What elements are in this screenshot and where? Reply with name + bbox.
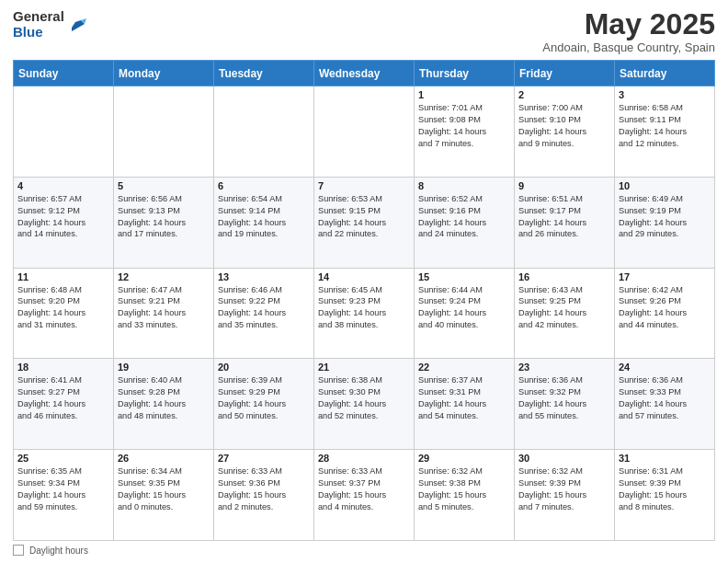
day-info: Sunrise: 6:40 AM Sunset: 9:28 PM Dayligh… <box>118 374 210 422</box>
day-number: 7 <box>318 180 410 191</box>
day-info: Sunrise: 7:00 AM Sunset: 9:10 PM Dayligh… <box>518 102 610 150</box>
day-number: 1 <box>418 89 510 100</box>
day-info: Sunrise: 6:41 AM Sunset: 9:27 PM Dayligh… <box>17 374 109 422</box>
day-number: 18 <box>17 362 109 373</box>
title-block: May 2025 Andoain, Basque Country, Spain <box>542 9 715 54</box>
weekday-header-monday: Monday <box>114 61 214 86</box>
day-info: Sunrise: 6:47 AM Sunset: 9:21 PM Dayligh… <box>118 284 210 332</box>
day-info: Sunrise: 6:57 AM Sunset: 9:12 PM Dayligh… <box>17 193 109 241</box>
day-number: 6 <box>218 180 310 191</box>
day-info: Sunrise: 7:01 AM Sunset: 9:08 PM Dayligh… <box>418 102 510 150</box>
day-info: Sunrise: 6:31 AM Sunset: 9:39 PM Dayligh… <box>619 465 711 513</box>
day-info: Sunrise: 6:36 AM Sunset: 9:33 PM Dayligh… <box>619 374 711 422</box>
logo-icon <box>68 15 88 35</box>
calendar-week-2: 4Sunrise: 6:57 AM Sunset: 9:12 PM Daylig… <box>14 177 715 268</box>
day-number: 4 <box>17 180 109 191</box>
calendar-cell: 21Sunrise: 6:38 AM Sunset: 9:30 PM Dayli… <box>314 359 415 450</box>
calendar-cell <box>114 86 214 178</box>
logo: General Blue <box>13 9 88 40</box>
calendar-cell: 14Sunrise: 6:45 AM Sunset: 9:23 PM Dayli… <box>314 268 415 359</box>
day-number: 24 <box>619 362 711 373</box>
daylight-label: Daylight hours <box>29 546 88 556</box>
calendar-cell: 10Sunrise: 6:49 AM Sunset: 9:19 PM Dayli… <box>615 177 715 268</box>
page: General Blue May 2025 Andoain, Basque Co… <box>0 0 728 563</box>
day-number: 2 <box>518 89 610 100</box>
day-number: 30 <box>518 453 610 464</box>
day-info: Sunrise: 6:54 AM Sunset: 9:14 PM Dayligh… <box>218 193 310 241</box>
calendar-cell: 25Sunrise: 6:35 AM Sunset: 9:34 PM Dayli… <box>14 450 114 541</box>
calendar-cell: 22Sunrise: 6:37 AM Sunset: 9:31 PM Dayli… <box>415 359 515 450</box>
day-number: 15 <box>418 271 510 282</box>
day-number: 13 <box>218 271 310 282</box>
calendar-cell <box>14 86 114 178</box>
day-info: Sunrise: 6:44 AM Sunset: 9:24 PM Dayligh… <box>418 284 510 332</box>
calendar-cell: 19Sunrise: 6:40 AM Sunset: 9:28 PM Dayli… <box>114 359 214 450</box>
day-number: 20 <box>218 362 310 373</box>
daylight-box <box>13 545 24 556</box>
day-number: 8 <box>418 180 510 191</box>
day-number: 19 <box>118 362 210 373</box>
day-info: Sunrise: 6:33 AM Sunset: 9:36 PM Dayligh… <box>218 465 310 513</box>
calendar-table: SundayMondayTuesdayWednesdayThursdayFrid… <box>13 60 715 541</box>
header: General Blue May 2025 Andoain, Basque Co… <box>13 9 715 54</box>
day-info: Sunrise: 6:56 AM Sunset: 9:13 PM Dayligh… <box>118 193 210 241</box>
calendar-cell <box>214 86 314 178</box>
day-info: Sunrise: 6:37 AM Sunset: 9:31 PM Dayligh… <box>418 374 510 422</box>
logo-general-text: General <box>13 9 64 25</box>
calendar-cell: 23Sunrise: 6:36 AM Sunset: 9:32 PM Dayli… <box>515 359 615 450</box>
day-info: Sunrise: 6:39 AM Sunset: 9:29 PM Dayligh… <box>218 374 310 422</box>
day-number: 21 <box>318 362 410 373</box>
weekday-header-wednesday: Wednesday <box>314 61 415 86</box>
day-info: Sunrise: 6:51 AM Sunset: 9:17 PM Dayligh… <box>518 193 610 241</box>
calendar-cell: 30Sunrise: 6:32 AM Sunset: 9:39 PM Dayli… <box>515 450 615 541</box>
day-number: 9 <box>518 180 610 191</box>
day-info: Sunrise: 6:52 AM Sunset: 9:16 PM Dayligh… <box>418 193 510 241</box>
day-info: Sunrise: 6:32 AM Sunset: 9:39 PM Dayligh… <box>518 465 610 513</box>
calendar-cell: 6Sunrise: 6:54 AM Sunset: 9:14 PM Daylig… <box>214 177 314 268</box>
calendar-cell: 11Sunrise: 6:48 AM Sunset: 9:20 PM Dayli… <box>14 268 114 359</box>
day-info: Sunrise: 6:45 AM Sunset: 9:23 PM Dayligh… <box>318 284 410 332</box>
day-number: 25 <box>17 453 109 464</box>
day-info: Sunrise: 6:42 AM Sunset: 9:26 PM Dayligh… <box>619 284 711 332</box>
weekday-header-sunday: Sunday <box>14 61 114 86</box>
day-info: Sunrise: 6:36 AM Sunset: 9:32 PM Dayligh… <box>518 374 610 422</box>
day-number: 26 <box>118 453 210 464</box>
day-info: Sunrise: 6:34 AM Sunset: 9:35 PM Dayligh… <box>118 465 210 513</box>
day-info: Sunrise: 6:49 AM Sunset: 9:19 PM Dayligh… <box>619 193 711 241</box>
day-number: 10 <box>619 180 711 191</box>
day-info: Sunrise: 6:38 AM Sunset: 9:30 PM Dayligh… <box>318 374 410 422</box>
calendar-cell: 17Sunrise: 6:42 AM Sunset: 9:26 PM Dayli… <box>615 268 715 359</box>
calendar-week-3: 11Sunrise: 6:48 AM Sunset: 9:20 PM Dayli… <box>14 268 715 359</box>
day-info: Sunrise: 6:46 AM Sunset: 9:22 PM Dayligh… <box>218 284 310 332</box>
day-number: 3 <box>619 89 711 100</box>
day-info: Sunrise: 6:33 AM Sunset: 9:37 PM Dayligh… <box>318 465 410 513</box>
day-info: Sunrise: 6:48 AM Sunset: 9:20 PM Dayligh… <box>17 284 109 332</box>
day-number: 27 <box>218 453 310 464</box>
day-number: 5 <box>118 180 210 191</box>
calendar-cell: 5Sunrise: 6:56 AM Sunset: 9:13 PM Daylig… <box>114 177 214 268</box>
calendar-cell: 9Sunrise: 6:51 AM Sunset: 9:17 PM Daylig… <box>515 177 615 268</box>
day-number: 17 <box>619 271 711 282</box>
calendar-cell: 8Sunrise: 6:52 AM Sunset: 9:16 PM Daylig… <box>415 177 515 268</box>
day-number: 23 <box>518 362 610 373</box>
weekday-header-tuesday: Tuesday <box>214 61 314 86</box>
calendar-cell: 16Sunrise: 6:43 AM Sunset: 9:25 PM Dayli… <box>515 268 615 359</box>
day-info: Sunrise: 6:35 AM Sunset: 9:34 PM Dayligh… <box>17 465 109 513</box>
calendar-cell: 12Sunrise: 6:47 AM Sunset: 9:21 PM Dayli… <box>114 268 214 359</box>
day-info: Sunrise: 6:43 AM Sunset: 9:25 PM Dayligh… <box>518 284 610 332</box>
calendar-cell: 24Sunrise: 6:36 AM Sunset: 9:33 PM Dayli… <box>615 359 715 450</box>
calendar-week-1: 1Sunrise: 7:01 AM Sunset: 9:08 PM Daylig… <box>14 86 715 178</box>
calendar-cell: 31Sunrise: 6:31 AM Sunset: 9:39 PM Dayli… <box>615 450 715 541</box>
calendar-cell: 13Sunrise: 6:46 AM Sunset: 9:22 PM Dayli… <box>214 268 314 359</box>
calendar-week-5: 25Sunrise: 6:35 AM Sunset: 9:34 PM Dayli… <box>14 450 715 541</box>
day-number: 14 <box>318 271 410 282</box>
calendar-cell: 1Sunrise: 7:01 AM Sunset: 9:08 PM Daylig… <box>415 86 515 178</box>
day-info: Sunrise: 6:58 AM Sunset: 9:11 PM Dayligh… <box>619 102 711 150</box>
calendar-week-4: 18Sunrise: 6:41 AM Sunset: 9:27 PM Dayli… <box>14 359 715 450</box>
calendar-cell: 3Sunrise: 6:58 AM Sunset: 9:11 PM Daylig… <box>615 86 715 178</box>
logo-blue-text: Blue <box>13 25 64 40</box>
day-number: 31 <box>619 453 711 464</box>
day-number: 12 <box>118 271 210 282</box>
calendar-cell: 26Sunrise: 6:34 AM Sunset: 9:35 PM Dayli… <box>114 450 214 541</box>
month-title: May 2025 <box>542 9 715 39</box>
